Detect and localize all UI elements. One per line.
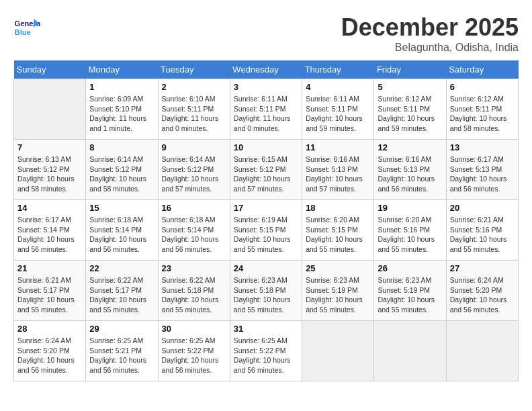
calendar-cell: 28Sunrise: 6:24 AMSunset: 5:20 PMDayligh… — [14, 321, 86, 381]
day-info: Sunrise: 6:17 AMSunset: 5:14 PMDaylight:… — [17, 215, 82, 255]
calendar-cell: 6Sunrise: 6:12 AMSunset: 5:11 PMDaylight… — [446, 79, 518, 140]
day-info: Sunrise: 6:12 AMSunset: 5:11 PMDaylight:… — [378, 94, 442, 134]
day-info: Sunrise: 6:24 AMSunset: 5:20 PMDaylight:… — [17, 336, 82, 375]
calendar-cell: 11Sunrise: 6:16 AMSunset: 5:13 PMDayligh… — [302, 140, 374, 200]
weekday-header-thursday: Thursday — [302, 60, 374, 79]
day-info: Sunrise: 6:12 AMSunset: 5:11 PMDaylight:… — [450, 94, 515, 134]
day-info: Sunrise: 6:16 AMSunset: 5:13 PMDaylight:… — [378, 154, 442, 194]
day-info: Sunrise: 6:17 AMSunset: 5:13 PMDaylight:… — [450, 154, 515, 194]
calendar-cell: 16Sunrise: 6:18 AMSunset: 5:14 PMDayligh… — [158, 200, 230, 261]
day-info: Sunrise: 6:16 AMSunset: 5:13 PMDaylight:… — [306, 154, 370, 194]
day-number: 1 — [89, 82, 154, 92]
day-number: 19 — [378, 203, 442, 213]
calendar-week-2: 7Sunrise: 6:13 AMSunset: 5:12 PMDaylight… — [14, 140, 519, 200]
calendar-cell: 19Sunrise: 6:20 AMSunset: 5:16 PMDayligh… — [374, 200, 446, 261]
day-number: 22 — [89, 263, 154, 273]
day-number: 13 — [450, 142, 515, 152]
calendar-cell: 25Sunrise: 6:23 AMSunset: 5:19 PMDayligh… — [302, 261, 374, 321]
calendar-cell: 13Sunrise: 6:17 AMSunset: 5:13 PMDayligh… — [446, 140, 518, 200]
day-number: 29 — [89, 324, 154, 334]
day-number: 18 — [306, 203, 370, 213]
day-number: 3 — [234, 82, 298, 92]
day-number: 30 — [162, 324, 226, 334]
calendar-table: SundayMondayTuesdayWednesdayThursdayFrid… — [13, 60, 519, 381]
day-info: Sunrise: 6:14 AMSunset: 5:12 PMDaylight:… — [89, 154, 154, 194]
location: Belaguntha, Odisha, India — [341, 42, 519, 54]
calendar-cell: 31Sunrise: 6:25 AMSunset: 5:22 PMDayligh… — [230, 321, 302, 381]
calendar-cell — [374, 321, 446, 381]
weekday-header-monday: Monday — [86, 60, 158, 79]
logo: General Blue — [13, 13, 43, 40]
day-number: 2 — [162, 82, 226, 92]
day-info: Sunrise: 6:13 AMSunset: 5:12 PMDaylight:… — [17, 154, 82, 194]
calendar-cell: 17Sunrise: 6:19 AMSunset: 5:15 PMDayligh… — [230, 200, 302, 261]
day-number: 7 — [17, 142, 82, 152]
calendar-week-1: 1Sunrise: 6:09 AMSunset: 5:10 PMDaylight… — [14, 79, 519, 140]
day-info: Sunrise: 6:25 AMSunset: 5:22 PMDaylight:… — [234, 336, 298, 375]
day-info: Sunrise: 6:21 AMSunset: 5:16 PMDaylight:… — [450, 215, 515, 255]
day-info: Sunrise: 6:20 AMSunset: 5:16 PMDaylight:… — [378, 215, 442, 255]
day-number: 6 — [450, 82, 515, 92]
day-number: 20 — [450, 203, 515, 213]
calendar-cell: 5Sunrise: 6:12 AMSunset: 5:11 PMDaylight… — [374, 79, 446, 140]
calendar-cell: 10Sunrise: 6:15 AMSunset: 5:12 PMDayligh… — [230, 140, 302, 200]
day-number: 25 — [306, 263, 370, 273]
day-info: Sunrise: 6:19 AMSunset: 5:15 PMDaylight:… — [234, 215, 298, 255]
day-number: 21 — [17, 263, 82, 273]
day-info: Sunrise: 6:23 AMSunset: 5:18 PMDaylight:… — [234, 275, 298, 315]
calendar-cell: 4Sunrise: 6:11 AMSunset: 5:11 PMDaylight… — [302, 79, 374, 140]
calendar-cell: 3Sunrise: 6:11 AMSunset: 5:11 PMDaylight… — [230, 79, 302, 140]
calendar-week-5: 28Sunrise: 6:24 AMSunset: 5:20 PMDayligh… — [14, 321, 519, 381]
calendar-cell: 2Sunrise: 6:10 AMSunset: 5:11 PMDaylight… — [158, 79, 230, 140]
day-info: Sunrise: 6:22 AMSunset: 5:17 PMDaylight:… — [89, 275, 154, 315]
day-number: 28 — [17, 324, 82, 334]
day-info: Sunrise: 6:11 AMSunset: 5:11 PMDaylight:… — [234, 94, 298, 134]
day-number: 15 — [89, 203, 154, 213]
weekday-header-wednesday: Wednesday — [230, 60, 302, 79]
day-info: Sunrise: 6:23 AMSunset: 5:19 PMDaylight:… — [378, 275, 442, 315]
day-number: 11 — [306, 142, 370, 152]
calendar-cell: 27Sunrise: 6:24 AMSunset: 5:20 PMDayligh… — [446, 261, 518, 321]
day-number: 16 — [162, 203, 226, 213]
month-title: December 2025 — [341, 13, 519, 42]
day-info: Sunrise: 6:24 AMSunset: 5:20 PMDaylight:… — [450, 275, 515, 315]
day-info: Sunrise: 6:15 AMSunset: 5:12 PMDaylight:… — [234, 154, 298, 194]
day-info: Sunrise: 6:22 AMSunset: 5:18 PMDaylight:… — [162, 275, 226, 315]
weekday-header-friday: Friday — [374, 60, 446, 79]
calendar-cell: 21Sunrise: 6:21 AMSunset: 5:17 PMDayligh… — [14, 261, 86, 321]
calendar-cell: 14Sunrise: 6:17 AMSunset: 5:14 PMDayligh… — [14, 200, 86, 261]
svg-text:Blue: Blue — [15, 28, 31, 36]
day-number: 12 — [378, 142, 442, 152]
calendar-cell: 29Sunrise: 6:25 AMSunset: 5:21 PMDayligh… — [86, 321, 158, 381]
day-number: 23 — [162, 263, 226, 273]
day-info: Sunrise: 6:25 AMSunset: 5:21 PMDaylight:… — [89, 336, 154, 375]
calendar-cell: 7Sunrise: 6:13 AMSunset: 5:12 PMDaylight… — [14, 140, 86, 200]
calendar-cell: 24Sunrise: 6:23 AMSunset: 5:18 PMDayligh… — [230, 261, 302, 321]
day-number: 27 — [450, 263, 515, 273]
day-info: Sunrise: 6:23 AMSunset: 5:19 PMDaylight:… — [306, 275, 370, 315]
calendar-cell: 26Sunrise: 6:23 AMSunset: 5:19 PMDayligh… — [374, 261, 446, 321]
title-block: December 2025 Belaguntha, Odisha, India — [341, 13, 519, 54]
calendar-cell: 20Sunrise: 6:21 AMSunset: 5:16 PMDayligh… — [446, 200, 518, 261]
weekday-header-tuesday: Tuesday — [158, 60, 230, 79]
calendar-cell: 18Sunrise: 6:20 AMSunset: 5:15 PMDayligh… — [302, 200, 374, 261]
day-number: 17 — [234, 203, 298, 213]
day-info: Sunrise: 6:09 AMSunset: 5:10 PMDaylight:… — [89, 94, 154, 134]
day-number: 9 — [162, 142, 226, 152]
calendar-cell: 8Sunrise: 6:14 AMSunset: 5:12 PMDaylight… — [86, 140, 158, 200]
day-info: Sunrise: 6:10 AMSunset: 5:11 PMDaylight:… — [162, 94, 226, 134]
calendar-week-3: 14Sunrise: 6:17 AMSunset: 5:14 PMDayligh… — [14, 200, 519, 261]
calendar-cell: 15Sunrise: 6:18 AMSunset: 5:14 PMDayligh… — [86, 200, 158, 261]
calendar-cell: 1Sunrise: 6:09 AMSunset: 5:10 PMDaylight… — [86, 79, 158, 140]
day-number: 31 — [234, 324, 298, 334]
calendar-cell: 9Sunrise: 6:14 AMSunset: 5:12 PMDaylight… — [158, 140, 230, 200]
day-number: 8 — [89, 142, 154, 152]
calendar-cell: 22Sunrise: 6:22 AMSunset: 5:17 PMDayligh… — [86, 261, 158, 321]
day-info: Sunrise: 6:20 AMSunset: 5:15 PMDaylight:… — [306, 215, 370, 255]
page-header: General Blue December 2025 Belaguntha, O… — [13, 13, 519, 54]
day-number: 10 — [234, 142, 298, 152]
day-number: 5 — [378, 82, 442, 92]
calendar-cell: 23Sunrise: 6:22 AMSunset: 5:18 PMDayligh… — [158, 261, 230, 321]
day-number: 26 — [378, 263, 442, 273]
day-info: Sunrise: 6:11 AMSunset: 5:11 PMDaylight:… — [306, 94, 370, 134]
